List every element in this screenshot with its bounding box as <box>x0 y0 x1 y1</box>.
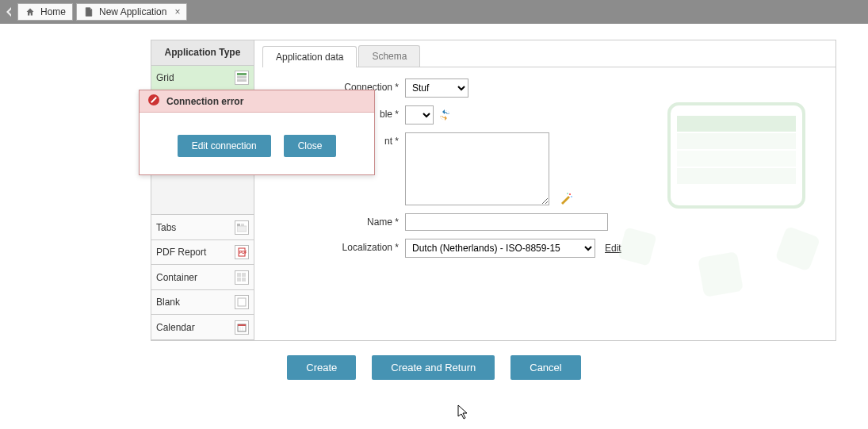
sidebar-item-label: Calendar <box>156 322 195 333</box>
error-dialog-title: Connection error <box>140 90 374 113</box>
top-tabbar: Home New Application × <box>0 0 868 24</box>
svg-point-17 <box>569 193 571 195</box>
wand-icon[interactable] <box>559 191 573 205</box>
table-select[interactable] <box>405 105 434 124</box>
tab-new-application[interactable]: New Application × <box>76 3 187 21</box>
inner-tabs: Application data Schema <box>262 45 835 67</box>
sidebar-item-grid[interactable]: Grid <box>151 66 254 91</box>
localization-edit-link[interactable]: Edit <box>605 243 621 254</box>
sidebar-item-label: Tabs <box>156 222 176 233</box>
sidebar-item-label: PDF Report <box>156 247 206 258</box>
svg-rect-9 <box>242 273 246 277</box>
tab-home-label: Home <box>40 6 66 17</box>
sidebar-item-container[interactable]: Container <box>151 265 254 290</box>
svg-rect-5 <box>237 226 247 232</box>
blank-icon <box>235 295 249 309</box>
connection-select[interactable]: Stuf <box>405 79 468 98</box>
localization-select[interactable]: Dutch (Netherlands) - ISO-8859-15 <box>405 239 595 258</box>
sidebar-item-pdf-report[interactable]: PDF Report PDF <box>151 240 254 266</box>
sidebar-item-blank[interactable]: Blank <box>151 290 254 316</box>
svg-rect-1 <box>237 76 247 79</box>
sidebar-item-label: Blank <box>156 297 180 308</box>
sidebar-item-tabs[interactable]: Tabs <box>151 215 254 240</box>
svg-rect-8 <box>237 273 241 277</box>
edit-connection-button[interactable]: Edit connection <box>178 135 271 157</box>
refresh-icon[interactable] <box>438 109 451 121</box>
name-input[interactable] <box>405 213 608 231</box>
svg-point-18 <box>571 196 572 197</box>
sidebar-header: Application Type <box>151 40 254 66</box>
tabs-icon <box>235 220 249 235</box>
pdf-icon: PDF <box>235 245 249 259</box>
sidebar-item-label: Container <box>156 272 197 283</box>
tab-home[interactable]: Home <box>17 3 73 21</box>
svg-rect-2 <box>237 79 247 82</box>
svg-rect-11 <box>242 278 246 282</box>
svg-rect-4 <box>241 224 244 226</box>
content-panel: Application Type Grid Tabs PDF Report PD… <box>151 40 836 341</box>
mouse-cursor <box>457 404 470 423</box>
calendar-icon <box>235 320 249 335</box>
tab-new-application-label: New Application <box>99 6 166 17</box>
svg-text:PDF: PDF <box>239 250 247 255</box>
error-dialog-body: Edit connection Close <box>140 113 374 174</box>
svg-rect-0 <box>237 73 247 75</box>
inner-tab-schema[interactable]: Schema <box>358 45 420 67</box>
error-title-text: Connection error <box>166 96 243 107</box>
close-error-button[interactable]: Close <box>284 135 337 157</box>
svg-rect-34 <box>698 251 744 297</box>
cancel-button[interactable]: Cancel <box>510 355 580 380</box>
sidebar-item-label: Grid <box>156 72 174 83</box>
grid-icon <box>235 71 249 85</box>
main-pane: Application data Schema Connection * Stu… <box>254 40 835 340</box>
svg-rect-12 <box>238 298 246 306</box>
sidebar: Application Type Grid Tabs PDF Report PD… <box>151 40 254 340</box>
create-button[interactable]: Create <box>287 355 356 380</box>
inner-tab-application-data[interactable]: Application data <box>262 46 357 67</box>
localization-label: Localization * <box>270 239 405 253</box>
container-icon <box>235 270 249 285</box>
back-button[interactable] <box>3 4 14 20</box>
error-icon <box>147 94 160 109</box>
error-dialog: Connection error Edit connection Close <box>139 90 375 175</box>
svg-rect-3 <box>237 224 240 226</box>
name-label: Name * <box>270 213 405 228</box>
svg-point-19 <box>567 193 568 194</box>
home-icon <box>25 6 36 17</box>
sql-textarea[interactable] <box>405 132 549 205</box>
sidebar-item-calendar[interactable]: Calendar <box>151 315 254 340</box>
svg-rect-10 <box>237 278 241 282</box>
document-icon <box>83 6 94 17</box>
create-and-return-button[interactable]: Create and Return <box>372 355 495 380</box>
svg-rect-14 <box>238 324 246 326</box>
close-tab-icon[interactable]: × <box>171 6 180 17</box>
footer-buttons: Create Create and Return Cancel <box>0 355 868 380</box>
